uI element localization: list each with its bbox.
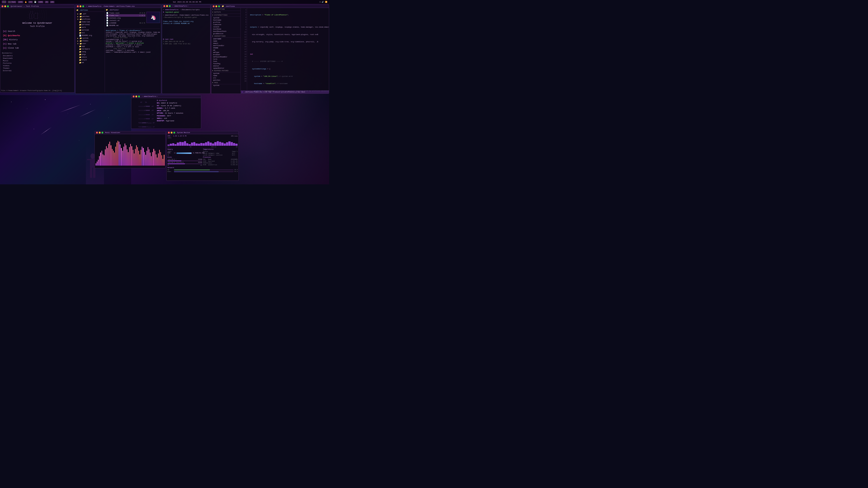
- sysmon-temperatures: Temperatures Device Temp(°) card0 (amdgp…: [203, 149, 238, 156]
- tree-hardware[interactable]: 📁 hardware: [76, 48, 104, 51]
- menu-newtab[interactable]: [t] New tab: [2, 42, 72, 46]
- filemanager-window: ⚡ emmetSnowfire: /home/emmet/.dotfiles/f…: [75, 4, 161, 94]
- sidebar-locale[interactable]: locale: [211, 26, 241, 28]
- fm-min[interactable]: [80, 5, 81, 7]
- mem-scale: 100%|: [167, 151, 202, 152]
- sidebar-spawneditor[interactable]: spawnEditor: [211, 67, 241, 69]
- eq-min[interactable]: [99, 132, 101, 133]
- menu-closetab[interactable]: [x] Close tab: [2, 46, 72, 50]
- fetch-max[interactable]: [138, 96, 140, 97]
- cpu-bar-10: [191, 142, 193, 146]
- editor-close[interactable]: [213, 5, 215, 7]
- tree-app[interactable]: 📁 app: [76, 45, 104, 48]
- file-flakelock[interactable]: 📄 flake.lock 27.5 K: [106, 12, 146, 14]
- statusbar-file: ●: [242, 91, 243, 93]
- tree-patches[interactable]: ▶ 📁 patches: [76, 15, 104, 18]
- tree-readme-org[interactable]: 📄 README.org: [76, 34, 104, 37]
- svg-point-12: [34, 129, 34, 129]
- bookmark-pictures[interactable]: Pictures: [2, 62, 72, 64]
- sidebar-nix-name[interactable]: name: [211, 74, 241, 77]
- editor-min[interactable]: [215, 5, 217, 7]
- sidebar-username[interactable]: username: [211, 38, 241, 40]
- tree-style[interactable]: 📁 style: [76, 59, 104, 61]
- bookmark-videos[interactable]: Videos: [2, 64, 72, 67]
- browser-titlebar: Qutebrowser — Tech Profile: [0, 5, 74, 8]
- term-close[interactable]: [163, 5, 165, 7]
- term-min[interactable]: [166, 5, 168, 7]
- sysmon-close[interactable]: [168, 132, 170, 133]
- tree-themes[interactable]: ▶ 📁 themes: [76, 40, 104, 42]
- tree-pkgs[interactable]: 📁 pkgs: [76, 53, 104, 56]
- file-license[interactable]: 📄 LICENSE 34.2 K: [106, 22, 146, 24]
- sidebar-editor[interactable]: editor: [211, 65, 241, 67]
- sysmon-min[interactable]: [170, 132, 173, 133]
- menu-search[interactable]: [o] Search: [2, 29, 72, 33]
- tree-user[interactable]: ▼ 📁 user: [76, 42, 104, 45]
- sidebar-browser[interactable]: browser: [211, 54, 241, 56]
- tree-wsl[interactable]: 📁 wsl: [76, 32, 104, 34]
- sysmon-max[interactable]: [174, 132, 175, 133]
- tree-lang[interactable]: 📁 lang: [76, 51, 104, 53]
- bookmark-external[interactable]: External: [2, 69, 72, 72]
- eq-bar-13: [111, 145, 111, 166]
- tree-personal[interactable]: 📁 personal: [76, 24, 104, 26]
- tree-work[interactable]: 📁 work: [76, 26, 104, 29]
- tree-shell[interactable]: 📁 shell: [76, 56, 104, 59]
- tree-worklab[interactable]: 📁 worklab: [76, 29, 104, 32]
- sidebar-theme[interactable]: theme: [211, 47, 241, 49]
- maximize-button[interactable]: [7, 5, 9, 7]
- sidebar-profile[interactable]: profile: [211, 21, 241, 24]
- editor-max[interactable]: [218, 5, 220, 7]
- tree-profiles[interactable]: ▼ 📁 profiles: [76, 18, 104, 21]
- term-max[interactable]: [169, 5, 170, 7]
- file-readmemd[interactable]: 📄 README.md: [106, 24, 160, 27]
- tree-wm[interactable]: 📁 wm: [76, 61, 104, 64]
- close-button[interactable]: [2, 5, 3, 7]
- sidebar-timezone[interactable]: timezone: [211, 24, 241, 26]
- sidebar-term[interactable]: term: [211, 58, 241, 60]
- sidebar-fontpkg[interactable]: fontPkg: [211, 63, 241, 65]
- tree-git[interactable]: ▶ 📁 .git: [76, 13, 104, 15]
- eq-bar-26: [126, 145, 126, 166]
- sidebar-grubdevice[interactable]: grubDevice: [211, 33, 241, 35]
- bookmark-music[interactable]: Music: [2, 59, 72, 62]
- sidebar-bootmountpath[interactable]: bootMountPath: [211, 30, 241, 33]
- sidebar-hostname[interactable]: hostname: [211, 19, 241, 21]
- bookmark-downloads[interactable]: Downloads: [2, 57, 72, 59]
- sidebar-system[interactable]: system: [211, 17, 241, 19]
- fm-max[interactable]: [82, 5, 84, 7]
- tree-homelab[interactable]: 📁 home/lab: [76, 21, 104, 24]
- sidebar-defaultroamdir[interactable]: defaultRoamDir: [211, 56, 241, 58]
- code-preview-line7: system = "x86_64-linux"; # system arch: [106, 40, 160, 42]
- eq-bar-17: [115, 147, 116, 166]
- eq-close[interactable]: [96, 132, 98, 133]
- tree-system[interactable]: ▶ 📁 system: [76, 37, 104, 40]
- fetch-min[interactable]: [135, 96, 137, 97]
- sidebar-bootmode[interactable]: bootMode: [211, 28, 241, 30]
- sidebar-dotfilesdir[interactable]: dotfilesDir: [211, 44, 241, 47]
- sidebar-name[interactable]: name: [211, 40, 241, 42]
- menu-history[interactable]: [$h] History: [2, 38, 72, 42]
- sidebar-pkgs-system[interactable]: system: [211, 84, 241, 87]
- sidebar-nix-system[interactable]: system: [211, 72, 241, 74]
- minimize-button[interactable]: [4, 5, 6, 7]
- bookmark-documents[interactable]: Documents: [2, 55, 72, 57]
- eq-bar-50: [153, 149, 154, 166]
- fetch-close[interactable]: [133, 96, 134, 97]
- code-editor-content[interactable]: description = "Flake of LibrePhoenix"; o…: [247, 8, 329, 92]
- file-flakenix[interactable]: 📄 flake.nix 2.26 K: [106, 14, 146, 17]
- sidebar-wmtype[interactable]: wmType: [211, 51, 241, 54]
- file-installorg[interactable]: 📄 install.org: [106, 17, 146, 19]
- eq-max[interactable]: [101, 132, 103, 133]
- sidebar-section-pkgs: ▼ pkgs: [211, 81, 241, 84]
- sidebar-wm[interactable]: wm: [211, 49, 241, 51]
- net-down-track: [174, 171, 234, 172]
- sidebar-email[interactable]: email: [211, 42, 241, 44]
- sidebar-font[interactable]: font: [211, 60, 241, 63]
- sidebar-nix-patches[interactable]: patches: [211, 79, 241, 81]
- bookmark-themes[interactable]: Themes: [2, 67, 72, 69]
- menu-quickmarks[interactable]: [b] Quickmarks: [2, 34, 72, 38]
- sidebar-nix-src[interactable]: src: [211, 77, 241, 79]
- fm-close[interactable]: [77, 5, 79, 7]
- file-installsh[interactable]: 📄 install.sh: [106, 19, 146, 22]
